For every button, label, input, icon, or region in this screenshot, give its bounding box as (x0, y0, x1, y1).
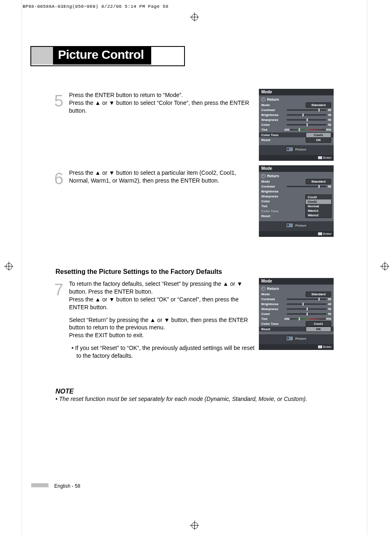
footer-box (31, 483, 48, 487)
osd-brightness-slider[interactable]: 40 (287, 114, 331, 116)
dropdown-option-normal[interactable]: Normal (306, 204, 331, 208)
registration-mark-icon (190, 521, 199, 530)
picture-icon (286, 147, 293, 152)
enter-icon (318, 345, 322, 348)
enter-icon (318, 156, 322, 159)
page-footer: English - 58 (54, 483, 80, 489)
dropdown-option-cool1[interactable]: Cool1 (306, 199, 331, 204)
osd-colortone-row[interactable]: Color ToneCool1 (259, 132, 334, 137)
page-title: Picture Control (53, 46, 151, 65)
step-7-p4: Press the EXIT button to exit. (69, 331, 256, 339)
subhead-reset: Resetting the Picture Settings to the Fa… (55, 268, 222, 276)
step-number: 7 (54, 278, 63, 301)
osd-panel-step6: Mode Return ModeStandard Contrast80 Brig… (259, 165, 334, 237)
note-body: • The reset function must be set separat… (55, 396, 343, 402)
osd-return[interactable]: Return (261, 97, 331, 102)
osd-contrast-slider[interactable]: 80 (287, 298, 331, 301)
return-icon (261, 287, 265, 291)
osd-mode-value[interactable]: Standard (306, 102, 331, 108)
picture-icon (286, 336, 293, 341)
step-7-p3: Select “Return” by pressing the ▲ or ▼ b… (69, 316, 256, 332)
step-7-p2: Press the ▲ or ▼ button to select “OK” o… (69, 296, 256, 311)
osd-title: Mode (259, 89, 334, 95)
step-5: 5 Press the ENTER button to return to “M… (55, 91, 256, 115)
crop-header: BP68-00588A-03Eng(056~069) 8/22/06 5:14 … (23, 4, 168, 9)
osd-color-slider[interactable]: 50 (287, 313, 331, 315)
osd-enter-hint: Enter (259, 155, 334, 161)
osd-sharpness-slider[interactable]: 50 (287, 119, 331, 121)
osd-tint-slider[interactable]: G50R50 (284, 317, 331, 320)
step-number: 5 (54, 90, 63, 112)
step-5-line1: Press the ENTER button to return to “Mod… (69, 91, 256, 99)
osd-contrast-slider[interactable]: 80 (287, 185, 331, 188)
osd-panel-step5: Mode Return ModeStandard Contrast80 Brig… (259, 89, 334, 161)
step-7-p1: To return the factory defaults, select “… (69, 280, 256, 296)
osd-return[interactable]: Return (261, 174, 331, 178)
section-title-bar: Picture Control (30, 46, 151, 65)
step-7: 7 To return the factory defaults, select… (55, 280, 256, 360)
step-7-bullet: • If you set “Reset” to “OK”, the previo… (69, 344, 256, 360)
osd-reset-row[interactable]: ResetOK (259, 327, 334, 331)
dropdown-option-warm1[interactable]: Warm1 (306, 208, 331, 213)
picture-icon (286, 223, 293, 228)
osd-brightness-slider[interactable]: 40 (287, 303, 331, 306)
osd-contrast-slider[interactable]: 80 (287, 109, 331, 111)
osd-sharpness-slider[interactable]: 50 (287, 308, 331, 310)
osd-panel-step7: Mode Return ModeStandard Contrast80 Brig… (259, 278, 334, 350)
dropdown-option-cool2[interactable]: Cool2 (306, 195, 331, 199)
osd-colortone-dropdown[interactable]: Cool2 Cool1 Normal Warm1 Warm2 (305, 195, 332, 218)
note-heading: NOTE (55, 388, 74, 395)
dropdown-option-warm2[interactable]: Warm2 (306, 213, 331, 218)
osd-title: Mode (259, 165, 334, 172)
osd-enter-hint: Enter (259, 231, 334, 237)
registration-mark-icon (190, 12, 199, 21)
step-5-line2: Press the ▲ or ▼ button to select “Color… (69, 99, 256, 115)
step-number: 6 (54, 167, 63, 190)
osd-enter-hint: Enter (259, 344, 334, 350)
osd-tint-slider[interactable]: G50R50 (284, 128, 331, 131)
osd-return[interactable]: Return (261, 286, 331, 291)
osd-color-slider[interactable]: 50 (287, 124, 331, 126)
osd-mode-value[interactable]: Standard (306, 292, 331, 297)
step-6: 6 Press the ▲ or ▼ button to select a pa… (55, 169, 256, 185)
registration-mark-icon (380, 262, 389, 271)
step-6-line1: Press the ▲ or ▼ button to select a part… (69, 169, 256, 185)
enter-icon (318, 232, 322, 235)
osd-mode-value[interactable]: Standard (306, 179, 331, 184)
registration-mark-icon (4, 262, 13, 271)
page: BP68-00588A-03Eng(056~069) 8/22/06 5:14 … (0, 0, 392, 535)
return-icon (261, 97, 265, 102)
return-icon (261, 174, 265, 178)
osd-title: Mode (259, 278, 334, 285)
